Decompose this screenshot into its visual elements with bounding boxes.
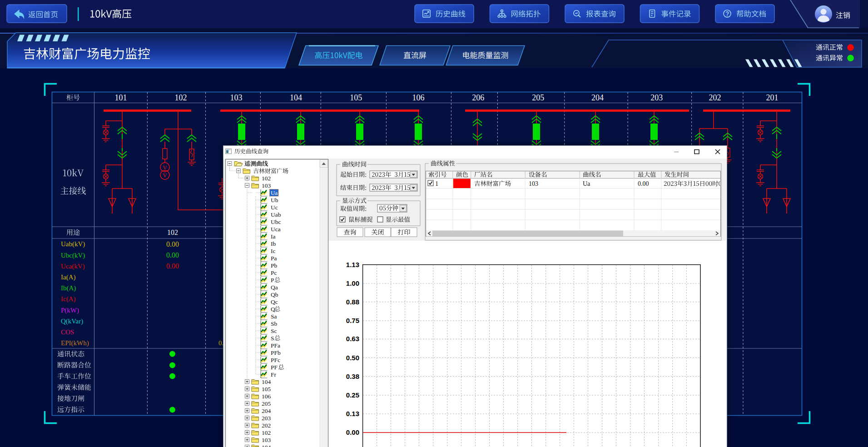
svg-text:Qb: Qb	[271, 291, 278, 298]
svg-text:PFa: PFa	[271, 342, 280, 349]
svg-text:Pc: Pc	[271, 269, 277, 276]
svg-text:1: 1	[435, 180, 438, 187]
svg-text:0.00: 0.00	[166, 262, 179, 270]
svg-text:Uab(kV): Uab(kV)	[61, 240, 85, 248]
svg-text:203: 203	[650, 93, 663, 102]
svg-text:0.00: 0.00	[638, 180, 649, 187]
svg-text:201: 201	[766, 93, 779, 102]
svg-text:Ub: Ub	[271, 197, 278, 204]
svg-text:EPI(kWh): EPI(kWh)	[61, 339, 89, 347]
svg-text:COS: COS	[61, 328, 74, 336]
svg-text:Ib: Ib	[271, 240, 276, 247]
svg-text:V: V	[163, 172, 167, 179]
svg-text:204: 204	[591, 93, 604, 102]
svg-text:Sc: Sc	[271, 328, 277, 334]
svg-text:Ia(A): Ia(A)	[61, 273, 75, 281]
svg-text:104: 104	[262, 378, 271, 385]
svg-text:Uc: Uc	[271, 204, 278, 211]
svg-text:105: 105	[350, 93, 362, 102]
svg-text:0.00: 0.00	[166, 240, 179, 248]
svg-text:1.00: 1.00	[346, 279, 359, 287]
svg-text:Q(kVar): Q(kVar)	[61, 318, 83, 325]
svg-text:P(kW): P(kW)	[61, 307, 79, 314]
svg-text:0.00: 0.00	[166, 251, 179, 259]
svg-text:102: 102	[262, 429, 271, 436]
svg-text:Ua: Ua	[583, 180, 590, 187]
svg-text:102: 102	[262, 175, 271, 182]
svg-text:Ic: Ic	[271, 248, 276, 254]
svg-text:103: 103	[230, 93, 243, 102]
svg-text:Sa: Sa	[271, 313, 277, 320]
svg-text:Ic(A): Ic(A)	[61, 295, 75, 303]
svg-text:PF: PF	[271, 364, 278, 371]
svg-text:Ia: Ia	[271, 233, 276, 240]
svg-text:204: 204	[262, 407, 271, 414]
svg-text:205: 205	[532, 93, 544, 102]
svg-text:0.75: 0.75	[346, 317, 359, 324]
svg-text:104: 104	[262, 444, 271, 447]
svg-text:Q: Q	[271, 306, 275, 313]
svg-text:205: 205	[262, 400, 271, 407]
svg-text:103: 103	[262, 182, 271, 189]
svg-text:105: 105	[262, 386, 271, 392]
svg-text:Pb: Pb	[271, 262, 278, 269]
svg-text:Ib(A): Ib(A)	[61, 284, 76, 292]
svg-text:0.25: 0.25	[346, 391, 359, 399]
svg-text:104: 104	[290, 93, 302, 102]
svg-text:V: V	[163, 164, 167, 171]
svg-text:101: 101	[114, 93, 127, 102]
svg-text:Uca(kV): Uca(kV)	[61, 263, 84, 270]
svg-text:Uca: Uca	[271, 226, 281, 233]
svg-text:103: 103	[262, 437, 271, 443]
svg-text:P: P	[271, 277, 274, 283]
svg-text:S: S	[271, 335, 274, 342]
svg-text:Ua: Ua	[271, 189, 278, 196]
svg-text:103: 103	[529, 180, 538, 187]
svg-text:102: 102	[167, 228, 178, 236]
svg-text:102: 102	[175, 93, 187, 102]
svg-text:203: 203	[262, 415, 271, 422]
svg-text:0.38: 0.38	[346, 372, 359, 380]
svg-text:Uab: Uab	[271, 211, 281, 218]
svg-text:202: 202	[709, 93, 721, 102]
svg-text:Pa: Pa	[271, 255, 277, 262]
svg-text:0.13: 0.13	[346, 410, 359, 417]
svg-text:0.63: 0.63	[346, 335, 359, 343]
svg-text:Ubc(kV): Ubc(kV)	[61, 252, 85, 259]
svg-text:0.50: 0.50	[346, 354, 359, 362]
svg-text:Fr: Fr	[271, 371, 277, 378]
svg-text:202: 202	[262, 422, 271, 429]
svg-text:0.00: 0.00	[346, 428, 359, 436]
svg-text:PFc: PFc	[271, 357, 280, 363]
svg-text:106: 106	[412, 93, 424, 102]
svg-text:PFb: PFb	[271, 349, 281, 356]
svg-text:Sb: Sb	[271, 320, 278, 327]
svg-text:0.88: 0.88	[346, 298, 359, 306]
svg-text:106: 106	[262, 393, 271, 400]
svg-text:Qc: Qc	[271, 298, 278, 305]
svg-text:Ubc: Ubc	[271, 219, 281, 225]
svg-text:1.13: 1.13	[346, 261, 359, 268]
svg-text:Qa: Qa	[271, 284, 278, 291]
svg-text:206: 206	[472, 93, 484, 102]
